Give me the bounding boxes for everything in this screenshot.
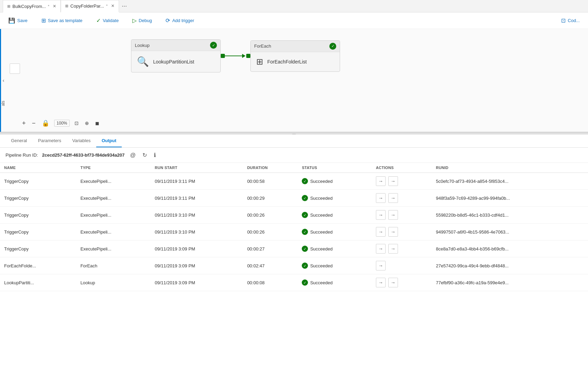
info-button[interactable]: ℹ [152, 151, 157, 159]
bottom-panel: General Parameters Variables Output Pipe… [0, 135, 588, 365]
tab-output[interactable]: Output [96, 135, 122, 147]
action-navigate-btn-2[interactable]: → [376, 210, 386, 220]
foreach-node-icon: ⊞ [256, 57, 263, 67]
action-navigate2-btn-1[interactable]: → [388, 193, 398, 203]
add-activity-button[interactable]: + [21, 118, 27, 128]
cell-runid-1: 948f3a59-7c69-4289-ac99-994fa0b... [432, 190, 588, 207]
col-runid: RUNID [432, 163, 588, 173]
toggle-panel-button[interactable]: ◼ [94, 119, 101, 127]
tab-copyfolder[interactable]: ⊞ CopyFolderPar... * ✕ [61, 0, 119, 12]
save-button[interactable]: 💾 Save [6, 16, 30, 25]
col-run-start: RUN START [151, 163, 243, 173]
cell-type-0: ExecutePipeli... [76, 173, 151, 190]
col-actions: ACTIONS [372, 163, 432, 173]
cell-run-start-1: 09/11/2019 3:11 PM [151, 190, 243, 207]
cell-actions-6: → → [372, 274, 432, 291]
lookup-node[interactable]: Lookup ✓ 🔍 LookupPartitionList [131, 39, 221, 72]
foreach-node-title: ForEach [254, 43, 271, 49]
status-label-1: Succeeded [310, 196, 332, 201]
status-label-3: Succeeded [310, 229, 332, 235]
table-row: TriggerCopy ExecutePipeli... 09/11/2019 … [0, 224, 588, 240]
lookup-node-icon: 🔍 [137, 56, 149, 67]
save-template-icon: ⊞ [41, 17, 46, 24]
refresh-button[interactable]: ↻ [141, 151, 148, 159]
tab-close-2[interactable]: ✕ [111, 3, 114, 8]
table-row: TriggerCopy ExecutePipeli... 09/11/2019 … [0, 190, 588, 207]
foreach-node-header: ForEach ✓ [251, 41, 340, 52]
cell-runid-4: 8ce8a7d0-e8a3-4bb4-b356-b69cfb... [432, 240, 588, 257]
canvas-area: ‹ als Lookup ✓ 🔍 LookupPartitionList [0, 29, 588, 132]
remove-activity-button[interactable]: − [31, 118, 37, 128]
action-navigate2-btn-4[interactable]: → [388, 244, 398, 254]
cell-run-start-0: 09/11/2019 3:11 PM [151, 173, 243, 190]
pipeline-container: Lookup ✓ 🔍 LookupPartitionList ForEach [131, 39, 340, 72]
action-navigate-btn-5[interactable]: → [376, 261, 386, 270]
code-button[interactable]: ⊡ Cod... [558, 16, 582, 25]
tab-icon-2: ⊞ [65, 4, 68, 8]
save-template-button[interactable]: ⊞ Save as template [39, 16, 85, 25]
cell-runid-3: 94997507-a6f0-4b15-9586-4e7063... [432, 224, 588, 240]
lookup-node-body: 🔍 LookupPartitionList [131, 51, 220, 72]
action-navigate2-btn-2[interactable]: → [388, 210, 398, 220]
tab-icon-1: ⊞ [7, 4, 10, 9]
action-navigate-btn-6[interactable]: → [376, 278, 386, 287]
tab-label-1: BulkCopyFrom... [12, 4, 46, 9]
add-trigger-label: Add trigger [172, 18, 194, 23]
cell-status-2: ✓ Succeeded [298, 207, 372, 224]
lookup-node-header: Lookup ✓ [131, 40, 220, 51]
cell-name-0: TriggerCopy [0, 173, 76, 190]
cell-status-1: ✓ Succeeded [298, 190, 372, 207]
status-label-5: Succeeded [310, 263, 332, 268]
validate-icon: ✓ [96, 17, 101, 24]
foreach-success-badge: ✓ [329, 43, 336, 50]
col-type: TYPE [76, 163, 151, 173]
action-navigate-btn-1[interactable]: → [376, 193, 386, 203]
cell-duration-4: 00:00:27 [243, 240, 298, 257]
cell-run-start-4: 09/11/2019 3:09 PM [151, 240, 243, 257]
tab-general[interactable]: General [6, 135, 32, 147]
fit-view-button[interactable]: ⊡ [73, 119, 80, 127]
fit-selection-button[interactable]: ⊕ [83, 119, 90, 127]
validate-button[interactable]: ✓ Validate [93, 16, 121, 25]
left-collapse-button[interactable]: ‹ [0, 78, 7, 83]
lock-button[interactable]: 🔒 [40, 118, 51, 128]
table-container: NAME TYPE RUN START DURATION STATUS ACTI… [0, 163, 588, 365]
tab-bulkcopy[interactable]: ⊞ BulkCopyFrom... * ✕ [3, 0, 61, 12]
cell-type-6: Lookup [76, 274, 151, 291]
cell-runid-2: 5598220b-b8d5-46c1-b333-cdf4d1... [432, 207, 588, 224]
zoom-level-button[interactable]: 100% [54, 120, 70, 127]
action-navigate2-btn-0[interactable]: → [388, 176, 398, 186]
tab-more-button[interactable]: ··· [122, 2, 127, 10]
cell-runid-6: 77efbf90-a36c-49fc-a19a-599e4e9... [432, 274, 588, 291]
copy-runid-button[interactable]: @ [129, 151, 137, 159]
cell-status-5: ✓ Succeeded [298, 257, 372, 274]
cell-runid-0: 5c0efc70-af73-4934-a854-5f853c4... [432, 173, 588, 190]
tab-parameters[interactable]: Parameters [32, 135, 67, 147]
toolbar: 💾 Save ⊞ Save as template ✓ Validate ▷ D… [0, 12, 588, 29]
action-navigate-btn-3[interactable]: → [376, 227, 386, 237]
run-info: Pipeline Run ID: 2cecd257-62ff-4633-bf73… [0, 148, 588, 163]
tab-close-1[interactable]: ✕ [53, 4, 56, 9]
debug-icon: ▷ [132, 17, 137, 24]
action-navigate-btn-0[interactable]: → [376, 176, 386, 186]
foreach-node[interactable]: ForEach ✓ ⊞ ForEachFolderList [250, 40, 340, 72]
cell-name-3: TriggerCopy [0, 224, 76, 240]
cell-run-start-5: 09/11/2019 3:09 PM [151, 257, 243, 274]
action-navigate2-btn-6[interactable]: → [388, 278, 398, 287]
cell-actions-0: → → [372, 173, 432, 190]
debug-button[interactable]: ▷ Debug [130, 16, 155, 25]
status-succeeded-icon-4: ✓ [302, 246, 308, 252]
tab-bar: ⊞ BulkCopyFrom... * ✕ ⊞ CopyFolderPar...… [0, 0, 588, 12]
cell-status-3: ✓ Succeeded [298, 224, 372, 240]
add-trigger-button[interactable]: ⟳ Add trigger [163, 16, 197, 25]
cell-actions-2: → → [372, 207, 432, 224]
status-succeeded-icon-0: ✓ [302, 178, 308, 184]
tab-variables[interactable]: Variables [67, 135, 96, 147]
lookup-node-label: LookupPartitionList [153, 59, 194, 65]
action-navigate2-btn-3[interactable]: → [388, 227, 398, 237]
arrow-connector [221, 54, 250, 58]
cell-run-start-2: 09/11/2019 3:10 PM [151, 207, 243, 224]
action-navigate-btn-4[interactable]: → [376, 244, 386, 254]
pipeline-run-id: 2cecd257-62ff-4633-bf73-f84de934a207 [42, 152, 124, 158]
cell-duration-0: 00:00:58 [243, 173, 298, 190]
